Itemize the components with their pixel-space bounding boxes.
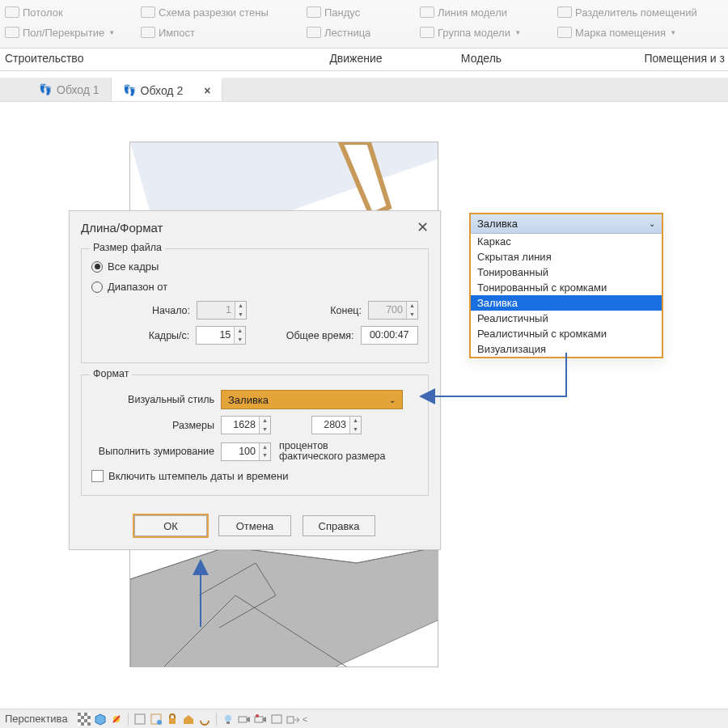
dialog-close-icon[interactable]: ✕	[417, 218, 429, 236]
section-rooms: Помещения и з	[550, 49, 728, 70]
stair-icon	[307, 27, 321, 38]
ribbon-wall-scheme[interactable]: Схема разрезки стены	[141, 3, 297, 21]
length-format-dialog: Длина/Формат ✕ Размер файла Все кадры Ди…	[69, 210, 441, 550]
checkbox-icon	[91, 470, 104, 482]
ribbon-model-line[interactable]: Линия модели	[420, 3, 548, 21]
sun-icon[interactable]	[110, 713, 123, 726]
bulb-icon[interactable]	[222, 713, 235, 726]
ribbon-impost[interactable]: Импост	[141, 23, 297, 41]
file-size-legend: Размер файла	[90, 242, 165, 253]
chevron-down-icon: ⌄	[389, 396, 396, 404]
row-start-end: Начало: 1 ▲▼ Конец: 700 ▲▼	[91, 301, 418, 320]
chevron-down-icon: ⌄	[649, 219, 655, 228]
ribbon-stair[interactable]: Лестница	[307, 23, 410, 41]
room-tag-icon	[557, 27, 572, 38]
crop-show-icon[interactable]	[150, 713, 163, 726]
tab-walkthrough-2[interactable]: 👣 Обход 2 ×	[112, 78, 223, 101]
ok-button[interactable]: ОК	[134, 515, 207, 536]
tab-walkthrough-1[interactable]: 👣 Обход 1	[28, 78, 112, 101]
dropdown-header[interactable]: Заливка ⌄	[471, 214, 662, 234]
close-tab-icon[interactable]: ×	[204, 84, 210, 97]
svg-point-7	[157, 720, 162, 725]
dialog-title: Длина/Формат	[81, 221, 163, 235]
format-legend: Формат	[90, 368, 132, 379]
grid-icon	[141, 6, 155, 18]
zoom-suffix: процентов фактического размера	[279, 441, 385, 462]
svg-rect-15	[287, 717, 294, 723]
help-button[interactable]: Справка	[303, 515, 375, 536]
fps-label: Кадры/с:	[125, 330, 196, 341]
row-zoom: Выполнить зумирование 100 ▲▼ процентов ф…	[91, 441, 418, 462]
room-sep-icon	[557, 6, 572, 18]
dropdown-option[interactable]: Тонированный	[471, 265, 662, 280]
swirl-icon[interactable]	[198, 713, 211, 726]
group-icon	[420, 27, 434, 38]
dropdown-option[interactable]: Каркас	[471, 234, 662, 249]
svg-rect-12	[255, 717, 263, 722]
visual-style-dropdown: Заливка ⌄ КаркасСкрытая линияТонированны…	[469, 213, 663, 358]
start-spinner: 1 ▲▼	[197, 301, 247, 320]
format-group: Формат Визуальный стиль Заливка ⌄ Размер…	[81, 375, 429, 496]
cancel-button[interactable]: Отмена	[218, 515, 291, 536]
status-bar: Перспектива <	[0, 709, 728, 728]
dimensions-label: Размеры	[91, 420, 221, 431]
width-spinner[interactable]: 1628 ▲▼	[221, 416, 271, 434]
graphics-scale-icon[interactable]	[78, 713, 91, 726]
lock-icon[interactable]	[166, 713, 179, 726]
ribbon-floor[interactable]: Пол/Перекрытие	[5, 23, 131, 41]
ribbon-ceiling[interactable]: Потолок	[5, 3, 131, 21]
camera-icon[interactable]	[238, 713, 251, 726]
view-mode-label[interactable]: Перспектива	[5, 713, 68, 725]
camera2-icon[interactable]	[254, 713, 267, 726]
ribbon-section-labels: Строительство Движение Модель Помещения …	[0, 49, 728, 71]
ceiling-icon	[5, 6, 19, 18]
frame-arrow-icon[interactable]	[286, 713, 299, 726]
fps-spinner[interactable]: 15 ▲▼	[196, 326, 246, 345]
tab-label: Обход 2	[141, 84, 184, 97]
ribbon-ramp[interactable]: Пандус	[307, 3, 410, 21]
frame-icon[interactable]	[270, 713, 283, 726]
tab-label: Обход 1	[57, 83, 99, 96]
crop-icon[interactable]	[133, 713, 146, 726]
row-fps-time: Кадры/с: 15 ▲▼ Общее время: 00:00:47	[91, 326, 418, 345]
ribbon-room-tag[interactable]: Марка помещения	[557, 23, 723, 41]
radio-all-frames[interactable]: Все кадры	[91, 260, 418, 273]
footsteps-icon: 👣	[39, 83, 52, 95]
dropdown-option[interactable]: Скрытая линия	[471, 249, 662, 265]
ribbon-room-separator[interactable]: Разделитель помещений	[557, 3, 723, 21]
dropdown-option[interactable]: Визуализация	[471, 341, 662, 357]
home-icon[interactable]	[182, 713, 195, 726]
dropdown-option[interactable]: Тонированный с кромками	[471, 280, 662, 295]
visual-style-label: Визуальный стиль	[91, 394, 221, 405]
line-icon	[420, 6, 434, 18]
dropdown-option[interactable]: Реалистичный с кромками	[471, 326, 662, 341]
start-label: Начало:	[125, 305, 197, 316]
svg-rect-11	[239, 717, 247, 722]
row-visual-style: Визуальный стиль Заливка ⌄	[91, 390, 418, 409]
radio-label: Диапазон от	[108, 281, 167, 293]
row-timestamp[interactable]: Включить штемпель даты и времени	[91, 470, 418, 482]
cube-icon[interactable]	[94, 713, 107, 726]
svg-rect-14	[272, 715, 281, 723]
dropdown-option[interactable]: Реалистичный	[471, 311, 662, 326]
ribbon-model-group[interactable]: Группа модели	[420, 23, 548, 41]
section-motion: Движение	[299, 49, 413, 70]
dropdown-option[interactable]: Заливка	[471, 295, 662, 311]
chevron-left-icon[interactable]: <	[303, 714, 307, 724]
timestamp-label: Включить штемпель даты и времени	[108, 470, 288, 482]
total-time-value: 00:00:47	[361, 326, 419, 345]
radio-label: Все кадры	[108, 260, 159, 273]
ramp-icon	[307, 6, 321, 18]
dialog-buttons: ОК Отмена Справка	[70, 507, 440, 549]
zoom-spinner[interactable]: 100 ▲▼	[221, 442, 271, 461]
visual-style-combo[interactable]: Заливка ⌄	[221, 390, 403, 409]
svg-point-13	[256, 714, 259, 717]
section-construction: Строительство	[0, 49, 299, 70]
floor-icon	[5, 27, 19, 38]
footsteps-icon: 👣	[123, 84, 136, 96]
end-label: Конец:	[320, 305, 368, 316]
height-spinner[interactable]: 2803 ▲▼	[311, 416, 362, 434]
radio-frame-range[interactable]: Диапазон от	[91, 281, 418, 293]
grid-icon	[141, 27, 155, 38]
svg-rect-5	[135, 714, 145, 724]
